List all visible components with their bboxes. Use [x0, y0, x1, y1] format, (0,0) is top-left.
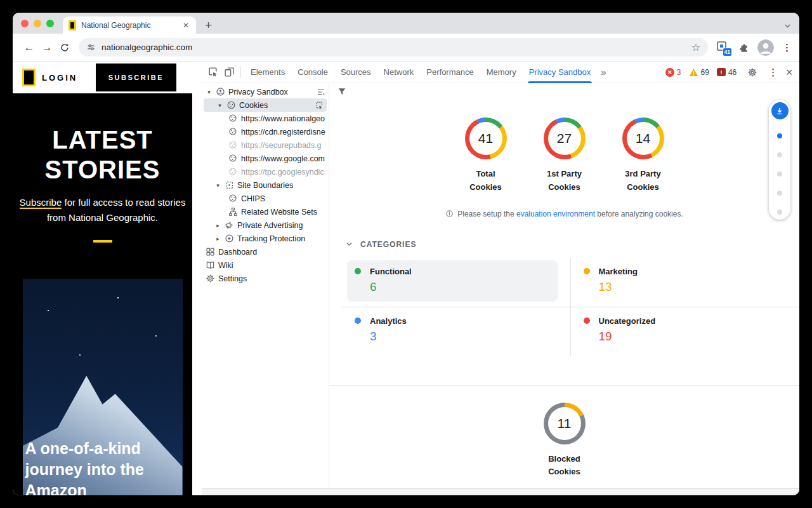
- collapse-arrow-icon[interactable]: ▸: [214, 222, 221, 229]
- expand-arrow-icon[interactable]: ▾: [216, 102, 223, 109]
- categories-grid: Functional 6 Marketing 13: [342, 258, 799, 356]
- tree-item-cookies[interactable]: ▾ Cookies: [204, 98, 327, 112]
- extension-badge: 41: [723, 48, 732, 57]
- devtools-close-icon[interactable]: ✕: [785, 67, 793, 77]
- section-nav-dot[interactable]: [777, 190, 782, 196]
- browser-tab[interactable]: National Geographic ✕: [63, 17, 196, 34]
- login-link[interactable]: LOGIN: [42, 73, 77, 83]
- tree-item-url[interactable]: https://cdn.registerdisne: [202, 125, 329, 138]
- yellow-divider: [93, 240, 112, 243]
- page-scrollbar[interactable]: [192, 62, 202, 495]
- tree-item-tracking-protection[interactable]: ▸ Tracking Protection: [202, 232, 329, 245]
- section-divider: [329, 385, 799, 386]
- close-window-button[interactable]: [21, 20, 29, 27]
- issues-icon: !: [717, 68, 726, 76]
- expand-arrow-icon[interactable]: ▾: [214, 182, 221, 189]
- new-tab-button[interactable]: +: [205, 19, 212, 31]
- cookie-donuts: 41 Total Cookies 27: [329, 117, 799, 194]
- cookie-icon: [228, 194, 238, 203]
- back-button[interactable]: ←: [20, 39, 38, 57]
- profile-avatar[interactable]: [757, 39, 774, 56]
- window-content: LOGIN SUBSCRIBE LATEST STORIES Subscribe…: [13, 62, 799, 495]
- minimize-window-button[interactable]: [34, 20, 41, 27]
- section-nav-dot[interactable]: [777, 210, 782, 215]
- section-nav-dot[interactable]: [777, 152, 782, 157]
- toolbar-right: 41 ⋮: [713, 39, 792, 56]
- donut-label: Total Cookies: [469, 168, 502, 194]
- donut-label: 1st Party Cookies: [547, 168, 582, 194]
- tree-item-url[interactable]: https://www.google.com: [202, 152, 329, 165]
- cookie-icon: [228, 154, 238, 163]
- devtools-horizontal-scrollbar[interactable]: [202, 488, 799, 495]
- evaluation-environment-link[interactable]: evaluation environment: [516, 210, 595, 218]
- bookmark-star-icon[interactable]: ☆: [691, 41, 700, 53]
- category-dot: [584, 268, 590, 274]
- element-picker-icon[interactable]: [315, 101, 324, 110]
- tab-network[interactable]: Network: [377, 62, 421, 83]
- warnings-badge[interactable]: 69: [689, 68, 709, 77]
- categories-section-header[interactable]: CATEGORIES: [329, 240, 799, 249]
- tree-item-site-boundaries[interactable]: ▾ Site Boundaries: [202, 178, 329, 192]
- tab-search-chevron-icon[interactable]: [783, 22, 792, 30]
- promo-text: Subscribe for full access to read storie…: [20, 195, 186, 225]
- category-analytics[interactable]: Analytics 3: [342, 307, 571, 356]
- site-body: LATEST STORIES Subscribe for full access…: [13, 93, 192, 495]
- tree-item-chips[interactable]: CHIPS: [202, 192, 329, 205]
- browser-menu-icon[interactable]: ⋮: [782, 42, 792, 53]
- tree-item-dashboard[interactable]: Dashboard: [202, 245, 329, 258]
- refresh-button[interactable]: [56, 39, 74, 57]
- donut-chart: 41: [465, 117, 507, 159]
- protection-icon: [225, 234, 234, 243]
- tab-elements[interactable]: Elements: [244, 62, 291, 83]
- tree-item-private-advertising[interactable]: ▸ Private Advertising: [202, 218, 329, 232]
- subscribe-link[interactable]: Subscribe: [20, 197, 62, 209]
- cookies-report: 41 Total Cookies 27: [329, 100, 799, 488]
- tree-item-privacy-sandbox[interactable]: ▾ Privacy Sandbox: [202, 85, 329, 98]
- category-uncategorized[interactable]: Uncategorized 19: [571, 307, 800, 356]
- privacy-extension-icon[interactable]: 41: [716, 40, 730, 55]
- collapse-arrow-icon[interactable]: ▸: [214, 236, 221, 242]
- tree-item-settings[interactable]: Settings: [202, 272, 329, 285]
- tab-sources[interactable]: Sources: [334, 62, 377, 83]
- tree-item-url[interactable]: https://securepubads.g: [202, 138, 329, 152]
- tab-title: National Geographic: [81, 21, 176, 30]
- gear-icon: [206, 274, 215, 283]
- issues-badge[interactable]: ! 46: [717, 68, 737, 77]
- subscribe-button[interactable]: SUBSCRIBE: [96, 64, 176, 91]
- category-functional[interactable]: Functional 6: [342, 258, 571, 307]
- natgeo-logo[interactable]: [22, 69, 36, 86]
- errors-badge[interactable]: ✕ 3: [665, 68, 681, 77]
- tree-item-wiki[interactable]: Wiki: [202, 258, 329, 272]
- forward-button[interactable]: →: [38, 39, 56, 57]
- section-nav-dot[interactable]: [777, 171, 782, 177]
- more-tabs-icon[interactable]: »: [597, 67, 610, 77]
- tree-item-related-website-sets[interactable]: Related Website Sets: [202, 205, 329, 218]
- category-count: 19: [599, 330, 780, 344]
- natgeo-favicon: [69, 20, 76, 30]
- tree-item-url[interactable]: https://www.nationalgeo: [202, 112, 329, 125]
- devtools-settings-icon[interactable]: [744, 64, 761, 81]
- expand-arrow-icon[interactable]: ▾: [206, 89, 213, 95]
- download-report-button[interactable]: [771, 102, 789, 119]
- tab-console[interactable]: Console: [291, 62, 334, 83]
- site-settings-icon[interactable]: [86, 43, 96, 52]
- section-nav-dot[interactable]: [777, 133, 782, 138]
- tab-performance[interactable]: Performance: [420, 62, 480, 83]
- address-bar[interactable]: nationalgeographic.com ☆: [79, 38, 708, 57]
- category-marketing[interactable]: Marketing 13: [571, 258, 800, 307]
- tab-memory[interactable]: Memory: [480, 62, 523, 83]
- filter-bar: [329, 83, 799, 100]
- sidebar-menu-icon[interactable]: [317, 88, 325, 97]
- url-text[interactable]: nationalgeographic.com: [102, 43, 686, 52]
- filter-icon[interactable]: [337, 87, 346, 96]
- devtools-menu-icon[interactable]: ⋮: [768, 67, 778, 78]
- extensions-puzzle-icon[interactable]: [738, 42, 749, 53]
- chevron-down-icon: [346, 241, 353, 248]
- tab-privacy-sandbox[interactable]: Privacy Sandbox: [523, 62, 598, 83]
- maximize-window-button[interactable]: [46, 20, 54, 27]
- browser-window: National Geographic ✕ + ← → nationalgeog…: [13, 13, 799, 495]
- inspect-element-icon[interactable]: [204, 64, 221, 81]
- tab-close-icon[interactable]: ✕: [181, 21, 190, 30]
- device-toolbar-icon[interactable]: [221, 64, 237, 81]
- tree-item-url[interactable]: https://tpc.googlesyndic: [202, 165, 329, 178]
